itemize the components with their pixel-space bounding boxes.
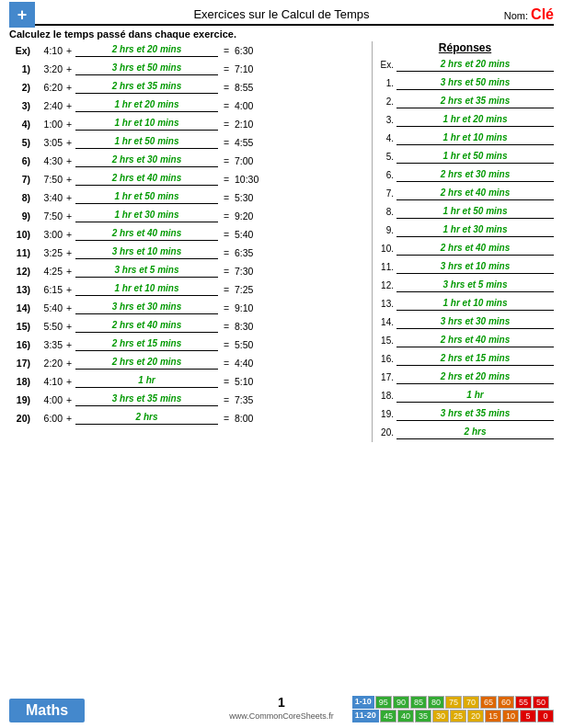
ans-num: 14. xyxy=(376,317,396,327)
ex-time: 3:20 xyxy=(33,63,63,74)
exercise-row: 14) 5:40 + 3 hrs et 30 mins = 9:10 xyxy=(9,299,368,316)
ex-num: 18) xyxy=(9,376,33,387)
ans-num: 16. xyxy=(376,354,396,364)
ans-value: 2 hrs et 20 mins xyxy=(396,59,554,72)
ex-result: 7:30 xyxy=(235,266,267,277)
ex-result: 5:10 xyxy=(235,376,267,387)
ex-equals: = xyxy=(218,174,235,185)
header: + Exercices sur le Calcul de Temps Nom: … xyxy=(9,7,554,26)
ex-plus: + xyxy=(63,376,75,387)
ex-equals: = xyxy=(218,247,235,258)
ans-value: 2 hrs et 35 mins xyxy=(396,96,554,108)
ex-equals: = xyxy=(218,302,235,313)
answer-row: 2. 2 hrs et 35 mins xyxy=(376,93,554,110)
ex-time: 4:00 xyxy=(33,394,63,405)
answer-row: 7. 2 hrs et 40 mins xyxy=(376,185,554,202)
ex-num: 15) xyxy=(9,321,33,332)
ans-num: 1. xyxy=(376,78,396,88)
logo-plus: + xyxy=(17,6,28,23)
ex-equals: = xyxy=(218,284,235,295)
ex-time: 5:40 xyxy=(33,302,63,313)
ex-answer: 3 hrs et 35 mins xyxy=(75,393,218,406)
ex-answer: 2 hrs et 15 mins xyxy=(75,338,218,351)
ex-time: 7:50 xyxy=(33,174,63,185)
ex-answer: 2 hrs et 35 mins xyxy=(75,81,218,94)
ex-time: 4:30 xyxy=(33,155,63,166)
ex-time: 3:35 xyxy=(33,339,63,350)
answer-row: 20. 2 hrs xyxy=(376,424,554,441)
answer-row: 13. 1 hr et 10 mins xyxy=(376,295,554,313)
ans-value: 1 hr et 50 mins xyxy=(396,206,554,219)
ex-answer: 2 hrs et 20 mins xyxy=(75,44,218,57)
exercise-row: 13) 6:15 + 1 hr et 10 mins = 7:25 xyxy=(9,280,368,298)
score-cell: 30 xyxy=(432,710,449,722)
ex-result: 9:10 xyxy=(235,302,267,313)
ans-value: 1 hr et 20 mins xyxy=(396,114,554,127)
score-cell: 70 xyxy=(463,696,479,709)
exercise-row: 11) 3:25 + 3 hrs et 10 mins = 6:35 xyxy=(9,244,368,261)
ex-answer: 3 hrs et 50 mins xyxy=(75,63,218,75)
score-cell: 80 xyxy=(428,696,444,709)
ex-equals: = xyxy=(218,119,235,130)
ex-num: 4) xyxy=(9,119,33,130)
ex-plus: + xyxy=(63,302,75,313)
answer-row: 8. 1 hr et 50 mins xyxy=(376,203,554,221)
maths-label: Maths xyxy=(9,699,85,722)
score-cell: 40 xyxy=(397,710,414,722)
ex-num: 19) xyxy=(9,394,33,405)
ex-time: 4:25 xyxy=(33,266,63,277)
ex-result: 5:30 xyxy=(235,192,267,203)
ans-value: 1 hr et 10 mins xyxy=(396,298,554,311)
ex-num: 14) xyxy=(9,302,33,313)
score-row: 11-20454035302520151050 xyxy=(352,710,554,722)
score-cell: 5 xyxy=(520,710,536,722)
ex-answer: 1 hr et 10 mins xyxy=(75,283,218,296)
ans-value: 2 hrs et 40 mins xyxy=(396,243,554,256)
ans-value: 3 hrs et 5 mins xyxy=(396,279,554,292)
ex-answer: 2 hrs et 20 mins xyxy=(75,357,218,370)
ex-result: 8:55 xyxy=(235,82,267,93)
ex-plus: + xyxy=(63,192,75,203)
ex-plus: + xyxy=(63,229,75,240)
nom-value: Clé xyxy=(531,6,554,22)
ans-value: 1 hr et 50 mins xyxy=(396,151,554,164)
ex-time: 6:15 xyxy=(33,284,63,295)
ex-num: 13) xyxy=(9,284,33,295)
footer-url: www.CommonCoreSheets.fr xyxy=(229,711,334,721)
ans-num: 18. xyxy=(376,391,396,401)
ex-result: 4:40 xyxy=(235,358,267,369)
exercise-row: 4) 1:00 + 1 hr et 10 mins = 2:10 xyxy=(9,115,368,132)
ex-time: 5:50 xyxy=(33,321,63,332)
page-number: 1 xyxy=(278,695,285,710)
score-cell: 95 xyxy=(375,696,392,709)
main-layout: Ex) 4:10 + 2 hrs et 20 mins = 6:30 1) 3:… xyxy=(9,41,554,442)
ans-num: 7. xyxy=(376,188,396,199)
ex-plus: + xyxy=(63,155,75,166)
ans-value: 2 hrs xyxy=(396,427,554,439)
ans-value: 1 hr et 30 mins xyxy=(396,224,554,237)
ex-time: 2:40 xyxy=(33,100,63,111)
ex-equals: = xyxy=(218,339,235,350)
ex-result: 9:20 xyxy=(235,210,267,222)
ex-result: 4:00 xyxy=(235,100,267,111)
score-table: 1-109590858075706560555011-2045403530252… xyxy=(352,696,554,722)
score-cell: 35 xyxy=(415,710,431,722)
ans-value: 3 hrs et 10 mins xyxy=(396,261,554,274)
score-cell: 60 xyxy=(498,696,514,709)
ex-answer: 2 hrs et 40 mins xyxy=(75,228,218,241)
ex-time: 2:20 xyxy=(33,358,63,369)
answer-row: 15. 2 hrs et 40 mins xyxy=(376,332,554,349)
ans-num: 13. xyxy=(376,299,396,309)
ex-plus: + xyxy=(63,358,75,369)
answer-row: 19. 3 hrs et 35 mins xyxy=(376,405,554,423)
ex-num: 1) xyxy=(9,63,33,74)
exercise-row: Ex) 4:10 + 2 hrs et 20 mins = 6:30 xyxy=(9,41,368,59)
score-cell: 55 xyxy=(515,696,532,709)
ans-num: 8. xyxy=(376,207,396,217)
ex-time: 6:20 xyxy=(33,82,63,93)
ex-plus: + xyxy=(63,174,75,185)
ex-time: 3:00 xyxy=(33,229,63,240)
ex-plus: + xyxy=(63,394,75,405)
ex-answer: 1 hr xyxy=(75,375,218,388)
ex-equals: = xyxy=(218,413,235,424)
